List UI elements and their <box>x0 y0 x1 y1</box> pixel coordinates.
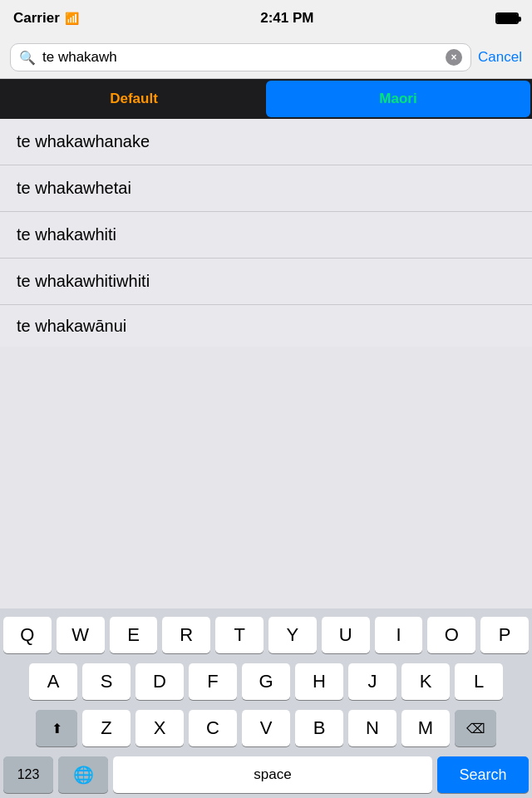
key-b[interactable]: B <box>295 710 343 746</box>
space-key[interactable]: space <box>113 756 432 793</box>
search-input[interactable] <box>42 49 439 66</box>
key-n[interactable]: N <box>348 710 397 746</box>
search-bar: 🔍 × Cancel <box>0 37 532 79</box>
status-carrier-wifi: Carrier 📶 <box>13 10 79 27</box>
delete-icon: ⌫ <box>466 721 485 736</box>
globe-icon: 🌐 <box>73 765 94 785</box>
clear-button[interactable]: × <box>446 49 462 66</box>
keyboard-row-1: Q W E R T Y U I O P <box>3 617 529 653</box>
key-t[interactable]: T <box>215 617 264 653</box>
key-h[interactable]: H <box>295 663 343 700</box>
search-input-container: 🔍 × <box>10 43 471 71</box>
keyboard-row-4: 123 🌐 space Search <box>3 756 529 793</box>
status-time: 2:41 PM <box>260 10 313 27</box>
key-z[interactable]: Z <box>82 710 131 746</box>
key-c[interactable]: C <box>189 710 237 746</box>
key-d[interactable]: D <box>135 663 184 700</box>
key-r[interactable]: R <box>162 617 210 653</box>
list-item[interactable]: te whakawānui <box>0 305 532 347</box>
key-m[interactable]: M <box>401 710 450 746</box>
key-x[interactable]: X <box>135 710 184 746</box>
results-list: te whakawhanake te whakawhetai te whakaw… <box>0 119 532 347</box>
search-key[interactable]: Search <box>437 756 529 793</box>
shift-icon: ⬆ <box>52 721 62 736</box>
list-item[interactable]: te whakawhitiwhiti <box>0 259 532 305</box>
status-bar: Carrier 📶 2:41 PM <box>0 0 532 37</box>
numbers-key[interactable]: 123 <box>3 756 53 793</box>
key-j[interactable]: J <box>348 663 397 700</box>
keyboard-row-3: ⬆ Z X C V B N M ⌫ <box>3 710 529 746</box>
search-icon: 🔍 <box>19 50 36 66</box>
key-u[interactable]: U <box>322 617 370 653</box>
carrier-label: Carrier <box>13 10 60 27</box>
key-y[interactable]: Y <box>268 617 317 653</box>
key-l[interactable]: L <box>455 663 503 700</box>
keyboard-row-2: A S D F G H J K L <box>3 663 529 700</box>
key-i[interactable]: I <box>375 617 423 653</box>
segment-control: Default Maori <box>0 79 532 119</box>
key-k[interactable]: K <box>401 663 450 700</box>
list-item[interactable]: te whakawhanake <box>0 119 532 165</box>
wifi-icon: 📶 <box>65 12 79 25</box>
list-item[interactable]: te whakawhetai <box>0 165 532 212</box>
battery-icon <box>495 12 519 24</box>
key-v[interactable]: V <box>242 710 290 746</box>
keyboard: Q W E R T Y U I O P A S D F G H J K L ⬆ … <box>0 608 532 798</box>
key-s[interactable]: S <box>82 663 131 700</box>
status-battery <box>495 12 519 24</box>
globe-key[interactable]: 🌐 <box>58 756 108 793</box>
key-p[interactable]: P <box>480 617 529 653</box>
key-f[interactable]: F <box>189 663 237 700</box>
list-item[interactable]: te whakawhiti <box>0 212 532 259</box>
key-e[interactable]: E <box>110 617 158 653</box>
key-g[interactable]: G <box>242 663 290 700</box>
key-q[interactable]: Q <box>3 617 52 653</box>
key-o[interactable]: O <box>427 617 475 653</box>
segment-maori[interactable]: Maori <box>266 81 530 117</box>
cancel-button[interactable]: Cancel <box>478 49 522 66</box>
segment-default[interactable]: Default <box>2 81 266 117</box>
key-a[interactable]: A <box>29 663 77 700</box>
key-w[interactable]: W <box>57 617 105 653</box>
delete-key[interactable]: ⌫ <box>455 710 496 746</box>
shift-key[interactable]: ⬆ <box>36 710 77 746</box>
